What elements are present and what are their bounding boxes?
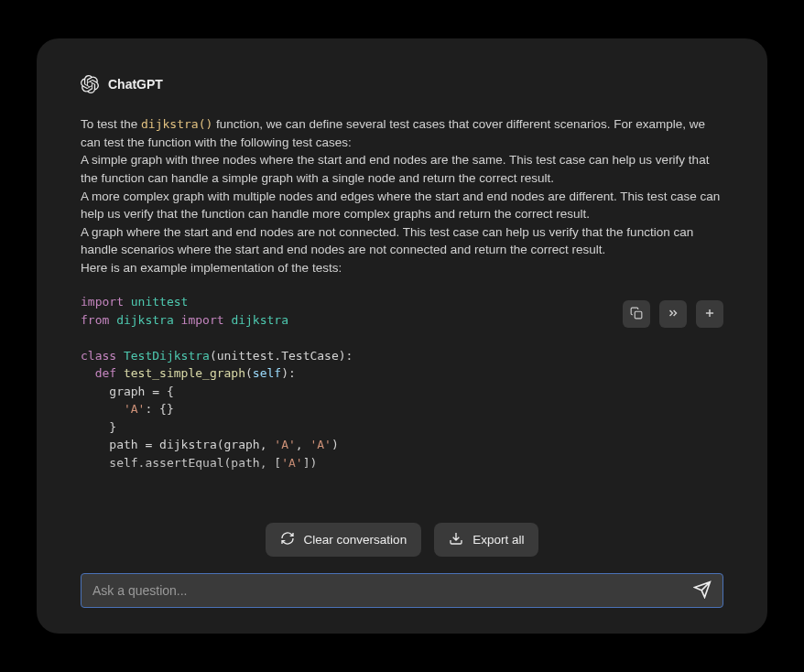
code-token: TestDijkstra bbox=[116, 349, 210, 363]
msg-case2: A more complex graph with multiple nodes… bbox=[81, 190, 720, 222]
code-token: : {} bbox=[145, 402, 173, 416]
content-area: ChatGPT To test the dijkstra() function,… bbox=[81, 75, 723, 515]
code-token: unittest bbox=[124, 295, 188, 309]
code-token: def bbox=[95, 366, 116, 380]
code-block-container: import unittest from dijkstra import dij… bbox=[81, 293, 723, 471]
chat-window: ChatGPT To test the dijkstra() function,… bbox=[37, 38, 767, 634]
code-token: self bbox=[253, 366, 281, 380]
code-token: test_simple_graph bbox=[116, 366, 245, 380]
copy-icon bbox=[630, 307, 643, 322]
send-icon bbox=[693, 580, 712, 602]
inline-code: dijkstra() bbox=[141, 117, 212, 131]
code-token: 'A' bbox=[124, 402, 145, 416]
code-token: dijkstra bbox=[224, 313, 288, 327]
export-all-label: Export all bbox=[473, 533, 524, 547]
code-action-bar bbox=[623, 300, 723, 328]
msg-case3: A graph where the start and end nodes ar… bbox=[81, 225, 693, 257]
code-token: import bbox=[81, 295, 124, 309]
new-file-button[interactable] bbox=[696, 300, 723, 328]
code-token: path = dijkstra(graph, bbox=[81, 438, 274, 451]
code-token: 'A' bbox=[310, 438, 331, 451]
clear-conversation-button[interactable]: Clear conversation bbox=[266, 523, 422, 557]
send-button[interactable] bbox=[693, 580, 712, 602]
refresh-icon bbox=[280, 531, 295, 548]
code-token: ( bbox=[245, 366, 253, 380]
code-token: } bbox=[81, 420, 116, 434]
assistant-header: ChatGPT bbox=[81, 75, 723, 93]
code-token: ): bbox=[281, 366, 296, 380]
input-container bbox=[81, 573, 723, 608]
footer-action-bar: Clear conversation Export all bbox=[81, 523, 723, 557]
code-token bbox=[81, 402, 124, 416]
code-token: self.assertEqual(path, [ bbox=[81, 456, 281, 470]
msg-intro-prefix: To test the bbox=[81, 117, 141, 131]
code-token: import bbox=[181, 313, 224, 327]
openai-logo-icon bbox=[81, 75, 99, 93]
question-input[interactable] bbox=[92, 583, 693, 598]
code-token: (unittest.TestCase): bbox=[210, 349, 353, 363]
chevron-double-right-icon bbox=[667, 307, 679, 322]
export-all-button[interactable]: Export all bbox=[434, 523, 538, 557]
copy-code-button[interactable] bbox=[623, 300, 650, 328]
code-token: dijkstra bbox=[109, 313, 180, 327]
code-token: 'A' bbox=[281, 456, 302, 470]
msg-outro: Here is an example implementation of the… bbox=[81, 261, 342, 275]
app-title: ChatGPT bbox=[108, 77, 163, 92]
code-token: from bbox=[81, 313, 109, 327]
svg-rect-0 bbox=[635, 311, 642, 319]
code-token: graph = { bbox=[81, 385, 174, 398]
code-token: , bbox=[296, 438, 310, 451]
insert-code-button[interactable] bbox=[659, 300, 687, 328]
assistant-message: To test the dijkstra() function, we can … bbox=[81, 115, 723, 276]
clear-conversation-label: Clear conversation bbox=[304, 533, 407, 547]
code-token: ) bbox=[331, 438, 339, 451]
code-token: 'A' bbox=[274, 438, 295, 451]
plus-icon bbox=[703, 307, 716, 322]
code-token: class bbox=[81, 349, 116, 363]
code-token bbox=[81, 366, 95, 380]
msg-case1: A simple graph with three nodes where th… bbox=[81, 153, 709, 185]
code-token: ]) bbox=[303, 456, 318, 470]
download-icon bbox=[449, 531, 463, 548]
